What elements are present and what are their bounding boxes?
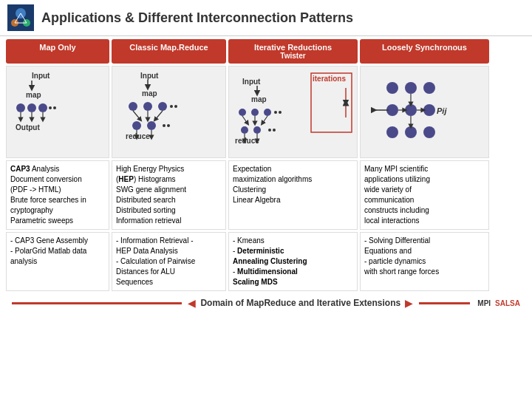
example-cell-classic: - Information Retrieval -HEP Data Analys… (112, 232, 226, 291)
svg-point-65 (386, 126, 398, 138)
svg-point-24 (158, 102, 167, 111)
column-headers: Map Only Classic Map.Reduce Iterative Re… (6, 39, 526, 64)
svg-point-47 (274, 111, 277, 114)
svg-point-54 (268, 129, 271, 132)
example-text-loosely: - Solving DifferentialEquations and- par… (364, 236, 439, 276)
footer-mpi-label: MPI (477, 299, 491, 307)
svg-point-52 (241, 126, 248, 134)
svg-text:map: map (142, 89, 157, 98)
app-text-loosely: Many MPI scientificapplications utilizin… (364, 165, 430, 225)
arrow-left-icon: ◀ (188, 297, 196, 309)
header-logo (7, 4, 34, 31)
col-header-iterative: Iterative Reductions Twister (228, 39, 358, 64)
svg-point-48 (279, 111, 282, 114)
svg-text:Output: Output (16, 123, 40, 132)
diagram-map-only: Input map Outpu (6, 66, 109, 158)
svg-text:Pij: Pij (437, 106, 447, 115)
svg-line-49 (242, 116, 248, 123)
svg-point-45 (251, 109, 259, 116)
footer-line-right (419, 302, 470, 304)
svg-point-22 (129, 102, 137, 111)
main-content: Map Only Classic Map.Reduce Iterative Re… (0, 36, 532, 399)
svg-text:map: map (26, 91, 41, 99)
example-cell-map: - CAP3 Gene Assembly- PolarGrid Matlab d… (6, 232, 109, 291)
svg-point-30 (132, 121, 141, 130)
app-text-iterative: Expectationmaximization algorithmsCluste… (233, 165, 312, 204)
app-text-map: CAP3 AnalysisDocument conversion(PDF -> … (10, 165, 86, 225)
svg-point-67 (423, 126, 435, 138)
col-header-map: Map Only (6, 39, 109, 64)
footer-logos: MPI SALSA (477, 299, 520, 307)
examples-row: - CAP3 Gene Assembly- PolarGrid Matlab d… (6, 232, 526, 291)
svg-point-63 (405, 104, 417, 116)
col-header-loosely: Loosely Synchronous (360, 39, 489, 64)
svg-point-25 (170, 105, 173, 108)
diagram-row: Input map Outpu (6, 66, 526, 158)
svg-point-55 (273, 129, 276, 132)
svg-point-23 (143, 102, 152, 111)
svg-point-53 (253, 126, 261, 134)
svg-point-14 (53, 106, 56, 109)
app-cell-map: CAP3 AnalysisDocument conversion(PDF -> … (6, 160, 109, 230)
page-wrapper: Applications & Different Interconnection… (0, 0, 532, 399)
svg-point-31 (147, 121, 156, 130)
diagram-classic: Input map reduc (112, 66, 226, 158)
svg-point-32 (163, 124, 166, 127)
example-cell-iterative: - Kmeans- DeterministicAnnealing Cluster… (228, 232, 358, 291)
svg-text:Input: Input (32, 72, 50, 80)
app-cell-classic: High Energy Physics(HEP) HistogramsSWG g… (112, 160, 226, 230)
header: Applications & Different Interconnection… (0, 0, 532, 36)
footer-domain-text: Domain of MapReduce and Iterative Extens… (200, 298, 400, 308)
svg-text:Input: Input (242, 78, 261, 86)
svg-point-61 (423, 82, 435, 94)
arrow-right-icon: ▶ (405, 297, 413, 309)
svg-text:reduce: reduce (235, 137, 259, 145)
svg-line-51 (262, 116, 267, 123)
col-header-classic: Classic Map.Reduce (112, 39, 226, 64)
diagram-iterative: iterations Input map (228, 66, 358, 158)
svg-point-33 (167, 124, 170, 127)
apps-row: CAP3 AnalysisDocument conversion(PDF -> … (6, 160, 526, 230)
footer-line-left (12, 302, 182, 304)
svg-text:map: map (251, 95, 267, 103)
svg-point-44 (239, 109, 246, 116)
svg-point-13 (49, 106, 52, 109)
app-cell-iterative: Expectationmaximization algorithmsCluste… (228, 160, 358, 230)
example-text-classic: - Information Retrieval -HEP Data Analys… (116, 236, 195, 286)
svg-point-12 (38, 103, 47, 112)
svg-line-27 (133, 111, 140, 120)
diagram-loosely: Pij (360, 66, 489, 158)
svg-point-11 (27, 103, 36, 112)
example-text-iterative: - Kmeans- DeterministicAnnealing Cluster… (233, 236, 307, 286)
svg-point-10 (16, 103, 25, 112)
svg-point-59 (386, 82, 398, 94)
app-text-classic: High Energy Physics(HEP) HistogramsSWG g… (116, 165, 186, 225)
svg-point-66 (405, 126, 417, 138)
example-cell-loosely: - Solving DifferentialEquations and- par… (360, 232, 489, 291)
svg-text:iterations: iterations (313, 75, 346, 83)
svg-text:Input: Input (140, 72, 159, 80)
svg-line-29 (155, 111, 163, 120)
svg-point-46 (264, 109, 271, 116)
footer: ◀ Domain of MapReduce and Iterative Exte… (6, 294, 526, 312)
svg-point-26 (174, 105, 177, 108)
footer-salsa-label: SALSA (495, 299, 520, 307)
svg-point-60 (405, 82, 417, 94)
svg-point-64 (423, 104, 435, 116)
app-cell-loosely: Many MPI scientificapplications utilizin… (360, 160, 489, 230)
svg-text:reduce: reduce (126, 132, 150, 140)
example-text-map: - CAP3 Gene Assembly- PolarGrid Matlab d… (10, 236, 88, 265)
page-title: Applications & Different Interconnection… (41, 10, 353, 26)
